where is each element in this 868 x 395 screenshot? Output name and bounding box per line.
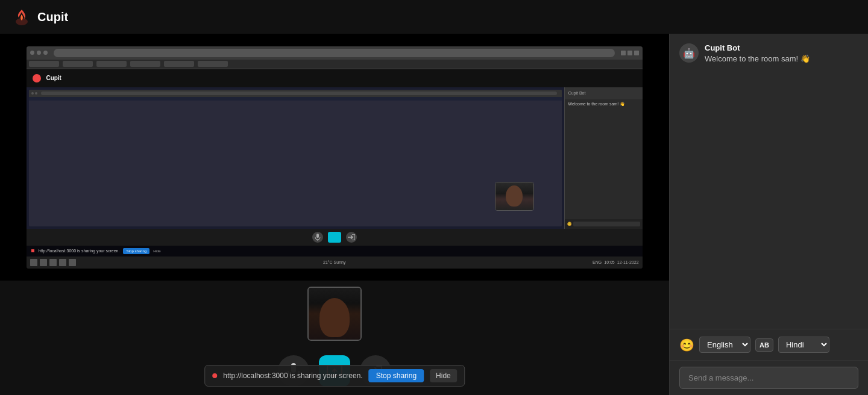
browser-url-bar: [54, 49, 614, 57]
inner-app: Cupit: [27, 69, 642, 257]
inner-header: Cupit: [27, 69, 642, 87]
inner-content: Cupit Bot Welcome to the room sam! 👋 😊: [27, 87, 642, 229]
taskbar-time: 10:05: [604, 260, 615, 264]
logo: Cupit: [12, 7, 68, 26]
bot-avatar: 🤖: [679, 43, 699, 63]
os-taskbar: 21°C Sunny ENG 10:05 12-11-2022: [27, 257, 642, 269]
taskbar-start-icon: [30, 259, 37, 266]
inner-msg-input: [573, 222, 640, 226]
taskbar-search-icon: [40, 259, 47, 266]
taskbar-left: [30, 259, 76, 266]
browser-icons: [621, 51, 639, 55]
taskbar-right: ENG 10:05 12-11-2022: [593, 260, 639, 264]
taskbar-app-2: [59, 259, 66, 266]
bottom-controls: http://localhost:3000 is sharing your sc…: [0, 347, 669, 395]
inner-mic-btn: [312, 232, 323, 243]
nested-browser: [29, 90, 561, 226]
inner-emoji: 😊: [567, 222, 571, 226]
webcam-small-overlay: [495, 182, 534, 211]
inner-chat-header: Cupit Bot: [565, 87, 643, 99]
inner-chat-message: Welcome to the room sam! 👋: [565, 99, 643, 109]
taskbar-date: 12-11-2022: [617, 260, 639, 264]
message-text: Welcome to the room sam! 👋: [705, 54, 810, 63]
browser-dot-2: [37, 51, 41, 55]
svg-rect-1: [316, 234, 319, 238]
stop-sharing-button[interactable]: Stop sharing: [369, 369, 424, 382]
nested-content: [29, 97, 561, 101]
browser-icon-3: [634, 51, 639, 55]
message-sender: Cupit Bot: [705, 43, 810, 52]
bookmark-4: [130, 61, 160, 67]
video-area: Cupit: [0, 34, 669, 395]
weather-info: 21°C Sunny: [323, 260, 345, 264]
translation-bar: 😊 English Hindi Spanish AB Hindi English…: [670, 329, 868, 360]
browser-content: Cupit: [27, 69, 642, 257]
inner-screen-btn: [328, 232, 341, 243]
message-input-area: [670, 360, 868, 395]
inner-chat-bottom: 😊: [565, 219, 643, 229]
webcam-large: [307, 287, 362, 341]
message-content: Cupit Bot Welcome to the room sam! 👋: [705, 43, 810, 63]
inner-mic-icon: [315, 234, 321, 241]
screen-share-container: Cupit: [0, 34, 669, 281]
taskbar-lang: ENG: [593, 260, 602, 264]
inner-share-dot: [31, 249, 34, 252]
nested-browser-bar: [29, 90, 561, 97]
browser-icon-1: [621, 51, 626, 55]
ab-translation-icon: AB: [755, 338, 773, 352]
app-title: Cupit: [37, 10, 68, 24]
inner-controls: [27, 229, 642, 246]
emoji-button[interactable]: 😊: [679, 338, 694, 352]
browser-dot-1: [30, 51, 34, 55]
nb-dot-1: [31, 92, 34, 95]
inner-stop-btn: Stop sharing: [123, 248, 149, 254]
inner-flame-icon: [33, 74, 41, 82]
nb-dot-2: [35, 92, 37, 95]
header: Cupit: [0, 0, 868, 34]
flame-icon: [12, 7, 31, 26]
browser-mockup: Cupit: [27, 46, 642, 269]
chat-panel: 🤖 Cupit Bot Welcome to the room sam! 👋 😊…: [669, 34, 868, 395]
source-language-select[interactable]: English Hindi Spanish: [699, 337, 750, 353]
inner-app-title: Cupit: [46, 75, 61, 81]
hide-button[interactable]: Hide: [430, 369, 457, 382]
face-shape-small: [506, 185, 523, 207]
inner-leave-btn: [346, 232, 357, 243]
inner-leave-icon: [348, 234, 355, 240]
inner-video-main: [27, 87, 564, 229]
inner-share-text: http://localhost:3000 is sharing your sc…: [38, 249, 119, 253]
share-indicator-dot: [212, 373, 217, 378]
large-face-shape: [319, 298, 350, 337]
chat-messages: 🤖 Cupit Bot Welcome to the room sam! 👋: [670, 34, 868, 329]
browser-bookmarks: [27, 60, 642, 69]
bookmark-6: [198, 61, 228, 67]
share-notification: http://localhost:3000 is sharing your sc…: [204, 365, 465, 387]
target-language-select[interactable]: Hindi English Spanish: [778, 337, 829, 353]
main-content: Cupit: [0, 34, 868, 395]
inner-notification: http://localhost:3000 is sharing your sc…: [27, 246, 642, 257]
share-notification-text: http://localhost:3000 is sharing your sc…: [223, 372, 362, 380]
bookmark-2: [63, 61, 93, 67]
webcam-large-face: [309, 288, 360, 340]
bookmark-3: [96, 61, 127, 67]
taskbar-app-1: [49, 259, 57, 266]
nested-screen: [27, 87, 564, 229]
message-input[interactable]: [679, 367, 858, 389]
browser-icon-2: [627, 51, 632, 55]
nb-url: [41, 92, 556, 95]
browser-toolbar: [27, 46, 642, 60]
inner-chat-title: Cupit Bot: [568, 91, 586, 95]
webcam-strip: [0, 281, 669, 347]
webcam-face-small: [495, 182, 533, 210]
bookmark-5: [164, 61, 194, 67]
browser-dot-3: [43, 51, 48, 55]
bot-message: 🤖 Cupit Bot Welcome to the room sam! 👋: [679, 43, 858, 63]
bookmark-1: [29, 61, 59, 67]
inner-chat-panel: Cupit Bot Welcome to the room sam! 👋 😊: [564, 87, 643, 229]
inner-hide-label: Hide: [153, 249, 160, 253]
taskbar-app-3: [69, 259, 76, 266]
